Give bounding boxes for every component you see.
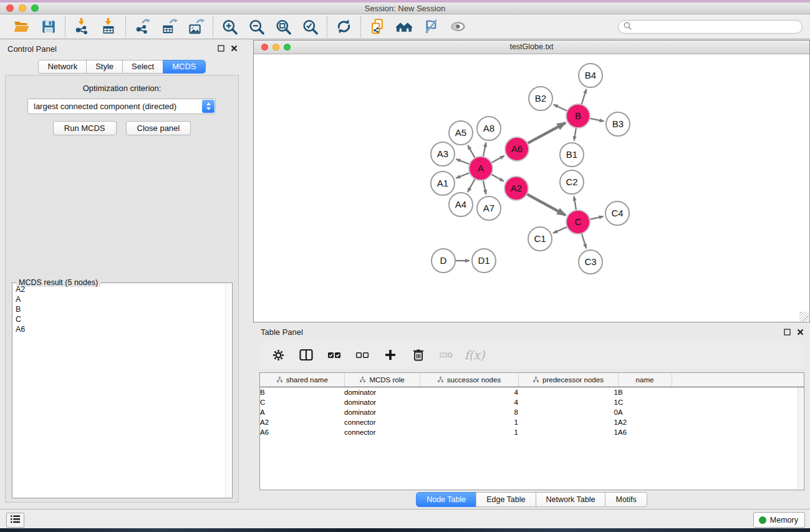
import-network-icon[interactable] [74, 18, 90, 35]
graph-node-B4[interactable]: B4 [579, 64, 602, 87]
graph-node-C[interactable]: C [566, 210, 590, 234]
graph-node-C1[interactable]: C1 [528, 227, 552, 251]
task-history-button[interactable] [6, 513, 24, 528]
table-row[interactable]: A2connector11A2 [260, 417, 804, 427]
graph-edge-A-A4[interactable] [468, 178, 476, 192]
tab-edge-table[interactable]: Edge Table [476, 492, 536, 507]
table-row[interactable]: Bdominator41B [260, 387, 804, 398]
column-header-successor-nodes[interactable]: successor nodes [420, 373, 518, 387]
graph-node-B2[interactable]: B2 [529, 87, 552, 110]
memory-button[interactable]: Memory [753, 512, 805, 528]
import-table-icon[interactable] [100, 18, 117, 35]
result-item[interactable]: C [13, 314, 225, 324]
gear-icon[interactable] [271, 347, 286, 362]
home-icon[interactable] [396, 18, 413, 35]
zoom-selected-icon[interactable] [302, 18, 319, 35]
graph-node-A2[interactable]: A2 [504, 177, 528, 200]
add-icon[interactable] [383, 347, 398, 362]
export-network-icon[interactable] [134, 18, 151, 35]
result-scrollbar[interactable] [225, 284, 231, 497]
graph-node-A7[interactable]: A7 [477, 196, 501, 220]
search-input[interactable] [635, 22, 797, 32]
hide-details-icon[interactable] [423, 18, 440, 35]
tab-network[interactable]: Network [38, 60, 87, 74]
delete-icon[interactable] [411, 347, 426, 362]
zoom-in-icon[interactable] [221, 18, 238, 35]
search-field[interactable] [618, 20, 803, 34]
graph-edge-A-A6[interactable] [490, 156, 504, 163]
run-mcds-button[interactable]: Run MCDS [53, 121, 117, 135]
close-panel-icon[interactable] [231, 45, 238, 52]
resize-grip[interactable] [799, 312, 809, 321]
graph-node-A3[interactable]: A3 [431, 142, 455, 166]
result-item[interactable]: A2 [13, 284, 225, 294]
result-item[interactable]: A6 [13, 324, 225, 334]
export-table-icon[interactable] [161, 18, 178, 35]
result-item[interactable]: A [13, 294, 225, 304]
network-canvas[interactable]: B4B2BB3A8A5A6A3B1AC2A1A2A4A7C4CC1C3DD1 [254, 54, 809, 322]
tab-node-table[interactable]: Node Table [416, 492, 476, 507]
save-icon[interactable] [40, 18, 57, 35]
graph-node-D[interactable]: D [432, 249, 455, 273]
graph-node-D1[interactable]: D1 [472, 249, 496, 273]
graph-node-A6[interactable]: A6 [505, 137, 529, 161]
graph-edge-A-A1[interactable] [456, 172, 471, 178]
zoom-fit-icon[interactable] [275, 18, 292, 35]
deselect-all-icon[interactable] [355, 347, 370, 362]
graph-edge-A-A5[interactable] [468, 145, 475, 159]
graph-node-A1[interactable]: A1 [431, 172, 455, 195]
mcds-result-list[interactable]: A2ABCA6 [13, 284, 225, 497]
refresh-icon[interactable] [335, 18, 352, 35]
tab-style[interactable]: Style [86, 60, 123, 74]
column-header-MCDS-role[interactable]: MCDS role [344, 373, 420, 387]
graph-node-B1[interactable]: B1 [560, 143, 584, 167]
export-image-icon[interactable] [188, 18, 205, 35]
graph-node-A4[interactable]: A4 [449, 193, 473, 216]
graph-edge-A2-C[interactable] [526, 193, 566, 215]
graph-edge-A-A2[interactable] [490, 173, 504, 181]
graph-edge-C-C2[interactable] [574, 196, 577, 211]
graph-node-A5[interactable]: A5 [449, 121, 473, 145]
graph-edge-B-B1[interactable] [574, 127, 577, 141]
result-item[interactable]: B [13, 304, 225, 314]
graph-edge-C-C4[interactable] [589, 216, 604, 220]
table-scrollbar[interactable] [798, 387, 803, 489]
graph-edge-C-C3[interactable] [581, 232, 586, 248]
close-table-panel-icon[interactable] [797, 329, 804, 336]
tab-mcds[interactable]: MCDS [163, 60, 205, 74]
graph-edge-C-C1[interactable] [553, 226, 568, 233]
graph-edge-B-B3[interactable] [589, 118, 604, 121]
tab-network-table[interactable]: Network Table [536, 492, 606, 507]
optimization-criterion-select[interactable]: largest connected component (directed) [27, 99, 216, 114]
graph-node-A8[interactable]: A8 [477, 117, 501, 140]
select-all-icon[interactable] [327, 347, 342, 362]
float-table-panel-icon[interactable] [784, 329, 791, 336]
open-folder-icon[interactable] [13, 18, 30, 35]
graph-edge-B-B2[interactable] [554, 105, 569, 112]
graph-node-A[interactable]: A [469, 157, 493, 180]
graph-edge-A-A7[interactable] [483, 179, 486, 195]
graph-node-C4[interactable]: C4 [605, 201, 629, 225]
graph-edge-A-A8[interactable] [483, 143, 486, 158]
graph-node-B3[interactable]: B3 [606, 112, 630, 136]
table-row[interactable]: Cdominator41C [260, 397, 804, 407]
tab-select[interactable]: Select [122, 60, 163, 74]
eye-icon[interactable] [450, 18, 466, 35]
graph-edge-B-B4[interactable] [581, 89, 586, 106]
table-row[interactable]: A6connector11A6 [260, 427, 804, 437]
zoom-out-icon[interactable] [248, 18, 265, 35]
clone-network-icon[interactable] [369, 18, 386, 35]
graph-node-C2[interactable]: C2 [560, 170, 584, 194]
graph-edge-A-A3[interactable] [456, 159, 471, 165]
close-panel-button[interactable]: Close panel [126, 121, 191, 135]
graph-node-B[interactable]: B [566, 104, 590, 128]
graph-node-C3[interactable]: C3 [579, 250, 602, 274]
float-panel-icon[interactable] [218, 45, 224, 52]
graph-edge-A6-B[interactable] [526, 123, 566, 144]
split-panel-icon[interactable] [299, 347, 314, 362]
column-header-shared-name[interactable]: shared name [260, 373, 344, 387]
table-row[interactable]: Adominator80A [260, 407, 804, 417]
network-window-titlebar[interactable]: testGlobe.txt [254, 41, 809, 54]
column-header-name[interactable]: name [618, 373, 672, 387]
tab-motifs[interactable]: Motifs [605, 492, 647, 507]
